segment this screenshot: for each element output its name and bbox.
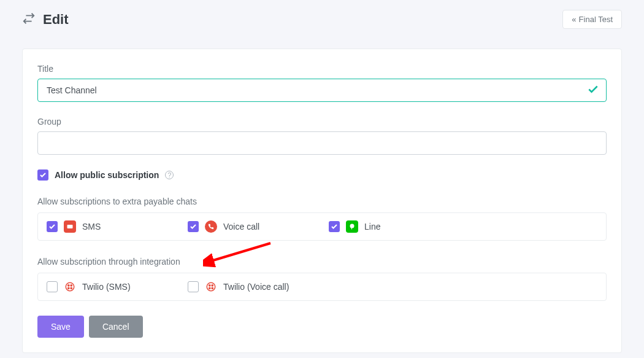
svg-line-2: [209, 243, 270, 262]
breadcrumb-button[interactable]: « Final Test: [562, 10, 622, 29]
voice-label: Voice call: [223, 222, 259, 232]
svg-rect-0: [67, 225, 73, 228]
title-label: Title: [37, 64, 607, 74]
svg-point-11: [209, 287, 210, 289]
page-title: Edit: [43, 12, 69, 28]
sms-label: SMS: [82, 222, 101, 232]
extra-chats-label: Allow subscriptions to extra payable cha…: [37, 197, 607, 206]
line-icon: [346, 220, 358, 233]
sms-icon: [64, 220, 76, 233]
breadcrumb-label: Final Test: [579, 15, 613, 24]
twilio-icon: [64, 281, 76, 293]
save-button[interactable]: Save: [37, 316, 84, 338]
group-input[interactable]: [37, 131, 607, 155]
svg-point-12: [212, 287, 213, 289]
chevron-left-double-icon: «: [572, 15, 576, 24]
title-input[interactable]: [37, 79, 607, 102]
svg-point-1: [350, 224, 355, 228]
twilio-icon: [205, 281, 217, 293]
cancel-button[interactable]: Cancel: [89, 316, 143, 338]
twilio-sms-label: Twilio (SMS): [82, 282, 131, 292]
voice-icon: [205, 220, 217, 233]
help-icon[interactable]: ?: [165, 171, 174, 179]
twilio-voice-checkbox[interactable]: [188, 281, 199, 292]
svg-point-10: [212, 285, 213, 286]
svg-point-7: [71, 287, 72, 289]
checkmark-icon: [587, 84, 599, 98]
swap-icon: [22, 12, 36, 27]
integration-options: Twilio (SMS) Twilio (Voice call): [37, 273, 607, 301]
twilio-sms-checkbox[interactable]: [47, 281, 58, 292]
chat-option-sms[interactable]: SMS: [47, 220, 188, 233]
svg-point-9: [209, 285, 210, 286]
sms-checkbox[interactable]: [47, 221, 58, 232]
chat-option-voice[interactable]: Voice call: [188, 220, 329, 233]
allow-public-checkbox[interactable]: [37, 169, 48, 181]
line-label: Line: [364, 222, 380, 232]
allow-public-checkbox-row[interactable]: Allow public subscription ?: [37, 169, 607, 181]
line-checkbox[interactable]: [329, 221, 340, 232]
svg-point-5: [71, 285, 72, 286]
edit-card: Title Group Allow public subscription ? …: [22, 49, 622, 353]
allow-public-label: Allow public subscription: [55, 170, 159, 180]
svg-point-6: [68, 287, 69, 289]
twilio-voice-label: Twilio (Voice call): [223, 282, 289, 292]
integration-label: Allow subscription through integration: [37, 257, 607, 267]
annotation-arrow: [203, 238, 277, 269]
chat-option-line[interactable]: Line: [329, 220, 470, 233]
page-header: Edit « Final Test: [0, 0, 644, 34]
extra-chats-options: SMS Voice call Line: [37, 212, 607, 241]
svg-point-4: [68, 285, 69, 286]
voice-checkbox[interactable]: [188, 221, 199, 232]
integration-option-twilio-voice[interactable]: Twilio (Voice call): [188, 281, 329, 293]
group-label: Group: [37, 117, 607, 126]
svg-point-3: [66, 282, 74, 291]
svg-point-8: [207, 282, 215, 291]
integration-option-twilio-sms[interactable]: Twilio (SMS): [47, 281, 188, 293]
